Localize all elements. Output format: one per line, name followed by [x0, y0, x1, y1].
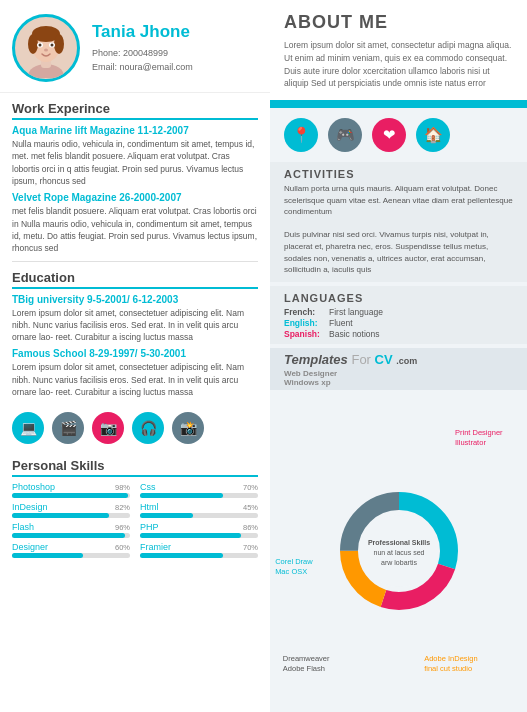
school1-label: TBig university 9-5-2001/ 6-12-2003 — [12, 294, 258, 305]
work-title: Work Experince — [12, 101, 258, 120]
donut-chart: Professional Skills nun at lacus sed arw… — [319, 471, 479, 631]
school2-label: Famous School 8-29-1997/ 5-30-2001 — [12, 348, 258, 359]
lang-french-desc: First language — [329, 307, 383, 317]
lang-spanish-desc: Basic notions — [329, 329, 380, 339]
skills-grid: Photoshop 98% Css 70% InDesign 82% Html … — [12, 482, 258, 558]
about-text: Lorem ipsum dolor sit amet, consectetur … — [284, 39, 513, 90]
logo-dotcom: .com — [396, 356, 417, 366]
lang-english: English: Fluent — [284, 318, 513, 328]
phone-label: Phone: — [92, 48, 121, 58]
job2-label: Velvet Rope Magazine 26-2000-2007 — [12, 192, 258, 203]
avatar — [12, 14, 80, 82]
lang-french: French: First language — [284, 307, 513, 317]
skill-icon-film: 🎬 — [52, 412, 84, 444]
svg-point-10 — [51, 44, 54, 47]
lang-spanish: Spanish: Basic notions — [284, 329, 513, 339]
job2-text: met felis blandit posuere. Aliquam erat … — [12, 205, 258, 254]
right-icon-heart: ❤ — [372, 118, 406, 152]
right-icon-gamepad: 🎮 — [328, 118, 362, 152]
personal-skills-section: Personal Skills Photoshop 98% Css 70% In… — [0, 452, 270, 564]
skill-item: Framier 70% — [140, 542, 258, 558]
personal-skills-title: Personal Skills — [12, 458, 258, 477]
donut-label-coreldraw: Corel DrawMac OSX — [275, 557, 313, 577]
svg-text:nun at lacus sed: nun at lacus sed — [373, 549, 424, 556]
skill-item: Html 45% — [140, 502, 258, 518]
right-column: ABOUT ME Lorem ipsum dolor sit amet, con… — [270, 0, 527, 712]
templates-logo: Templates For CV .com Web Designer Windo… — [270, 348, 527, 390]
right-icon-location: 📍 — [284, 118, 318, 152]
skill-icon-camera: 📷 — [92, 412, 124, 444]
languages-section: LANGUAGES French: First language English… — [270, 286, 527, 344]
logo-for: For — [351, 352, 371, 367]
work-section: Work Experince Aqua Marine lift Magazine… — [0, 93, 270, 261]
skill-item: Photoshop 98% — [12, 482, 130, 498]
skill-item: PHP 86% — [140, 522, 258, 538]
svg-point-6 — [54, 34, 64, 54]
page: Tania Jhone Phone: 200048999 Email: nour… — [0, 0, 527, 712]
right-icon-home: 🏠 — [416, 118, 450, 152]
svg-text:arw lobartis: arw lobartis — [381, 559, 417, 566]
lang-english-desc: Fluent — [329, 318, 353, 328]
email-label: Email: — [92, 62, 117, 72]
web-info: Web Designer Windows xp — [284, 369, 513, 387]
right-icons-row: 📍 🎮 ❤ 🏠 — [270, 108, 527, 162]
school2-text: Lorem ipsum dolor sit amet, consectetuer… — [12, 361, 258, 398]
languages-title: LANGUAGES — [284, 292, 513, 304]
profile-header: Tania Jhone Phone: 200048999 Email: nour… — [0, 0, 270, 93]
svg-point-5 — [28, 34, 38, 54]
profile-info: Tania Jhone Phone: 200048999 Email: nour… — [92, 22, 193, 75]
svg-point-11 — [44, 49, 48, 52]
lang-french-name: French: — [284, 307, 329, 317]
activities-text: Nullam porta urna quis mauris. Aliquam e… — [284, 183, 513, 276]
email-value: noura@email.com — [120, 62, 193, 72]
lang-english-name: English: — [284, 318, 329, 328]
skill-icon-monitor: 💻 — [12, 412, 44, 444]
donut-label-dreamweaver: DreamweaverAdobe Flash — [283, 654, 330, 674]
skill-item: Css 70% — [140, 482, 258, 498]
donut-chart-area: Professional Skills nun at lacus sed arw… — [270, 390, 527, 712]
about-section: ABOUT ME Lorem ipsum dolor sit amet, con… — [270, 0, 527, 100]
donut-label-printdesigner: Print DesignerIllustrator — [455, 428, 503, 448]
donut-label-adobeindesign: Adobe InDesignfinal cut studio — [424, 654, 477, 674]
education-title: Education — [12, 270, 258, 289]
activities-title: ACTIVITIES — [284, 168, 513, 180]
profile-contact: Phone: 200048999 Email: noura@email.com — [92, 46, 193, 75]
job1-label: Aqua Marine lift Magazine 11-12-2007 — [12, 125, 258, 136]
activities-section: ACTIVITIES Nullam porta urna quis mauris… — [270, 162, 527, 282]
school1-text: Lorem ipsum dolor sit amet, consectetuer… — [12, 307, 258, 344]
logo-cv: CV — [375, 352, 393, 367]
skill-item: InDesign 82% — [12, 502, 130, 518]
job1-text: Nulla mauris odio, vehicula in, condimen… — [12, 138, 258, 187]
profile-name: Tania Jhone — [92, 22, 193, 42]
skill-item: Designer 60% — [12, 542, 130, 558]
skill-icon-headphones: 🎧 — [132, 412, 164, 444]
skills-icons-row: 💻 🎬 📷 🎧 📸 — [0, 404, 270, 452]
lang-spanish-name: Spanish: — [284, 329, 329, 339]
svg-point-8 — [39, 44, 42, 47]
phone-value: 200048999 — [123, 48, 168, 58]
logo-templates: Templates — [284, 352, 348, 367]
skill-item: Flash 96% — [12, 522, 130, 538]
education-section: Education TBig university 9-5-2001/ 6-12… — [0, 262, 270, 405]
svg-text:Professional Skills: Professional Skills — [367, 539, 429, 546]
about-title: ABOUT ME — [284, 12, 513, 33]
left-column: Tania Jhone Phone: 200048999 Email: nour… — [0, 0, 270, 712]
skill-icon-photo: 📸 — [172, 412, 204, 444]
teal-divider — [270, 100, 527, 108]
